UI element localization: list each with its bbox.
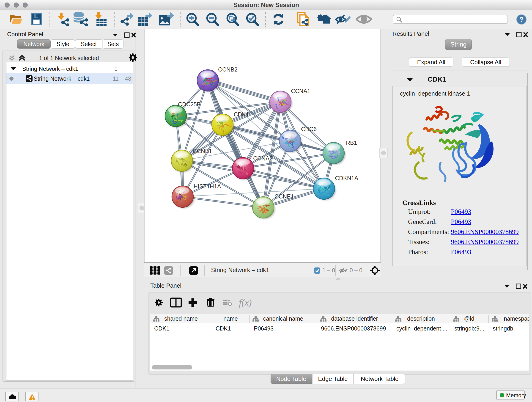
svg-text:HIST1H1A: HIST1H1A [194,183,221,190]
svg-text:CCNB2: CCNB2 [218,66,238,73]
svg-text:CCNE1: CCNE1 [274,193,294,200]
svg-text:CDC6: CDC6 [301,126,317,132]
svg-text:CCNA2: CCNA2 [253,155,273,162]
svg-text:CCNA1: CCNA1 [291,88,310,94]
svg-text:RB1: RB1 [346,140,357,146]
svg-text:CDC25B: CDC25B [178,101,201,108]
svg-text:CDK1: CDK1 [234,111,249,118]
svg-text:f(x): f(x) [239,297,252,307]
svg-text:?: ? [519,16,524,23]
svg-text:CCNB1: CCNB1 [193,148,212,154]
svg-text:CDKN1A: CDKN1A [335,175,358,181]
